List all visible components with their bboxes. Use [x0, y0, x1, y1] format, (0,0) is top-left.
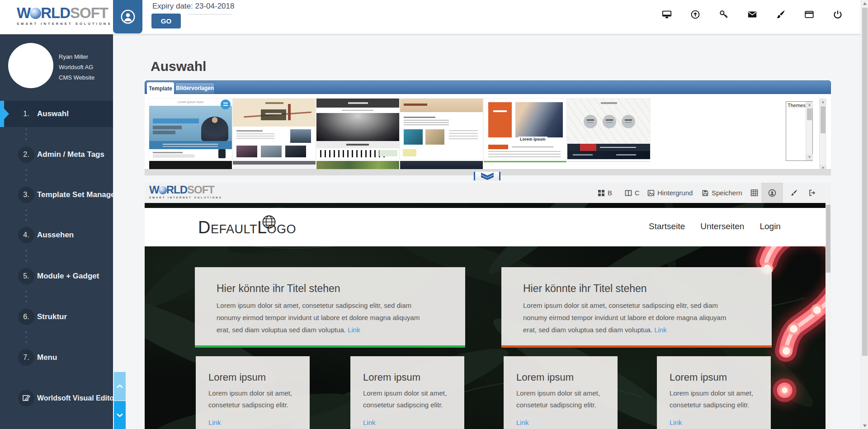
scroll-up-arrow-icon[interactable] [863, 2, 867, 5]
site-header: DefaultLogo Startseite Unterseiten Login [145, 208, 831, 246]
chevron-up-icon [116, 384, 124, 389]
sidebar-item-menu[interactable]: 7. Menu [0, 344, 113, 371]
themes-scrollbar[interactable]: ▲ ▼ [806, 102, 812, 160]
logo-soft: SOFT [70, 5, 108, 21]
sidebar-item-struktur[interactable]: 6. Struktur [0, 304, 113, 330]
tab-template[interactable]: Template [147, 82, 174, 94]
profile-text: Ryan Miller Worldsoft AG CMS Website [59, 52, 94, 83]
tab-bildervorlagen[interactable]: Bildervorlagen [175, 82, 215, 94]
worldsoft-logo: WRLDSOFT SMART INTERNET SOLUTIONS [17, 6, 116, 26]
template-thumbnail-1[interactable]: Lorem ipsum dolor [149, 99, 232, 159]
arrow-up-circle-icon[interactable] [690, 9, 700, 19]
template-selection-panel: Template Bildervorlagen Lorem ipsum dolo… [145, 80, 831, 175]
template-thumbnail-7[interactable] [149, 161, 232, 169]
go-button[interactable]: GO [151, 14, 181, 28]
nav-unterseiten[interactable]: Unterseiten [700, 222, 744, 231]
sidebar-item-module-gadget[interactable]: 5. Module + Gadget [0, 263, 113, 289]
scrollbar-thumb[interactable] [821, 106, 826, 133]
thumbnail-hero [149, 106, 232, 141]
sidebar-item-visual-editor[interactable]: Worldsoft Visual Editor [0, 385, 113, 411]
sidebar-scroll-down-button[interactable] [114, 401, 126, 429]
sidebar-scroll-up-button[interactable] [114, 372, 126, 401]
nav-login[interactable]: Login [760, 222, 781, 231]
template-thumbnail-6[interactable] [567, 99, 650, 159]
box-link[interactable]: Link [654, 326, 667, 334]
sidebar-item-template-set-manager[interactable]: 3. Template Set Manager [0, 182, 113, 208]
page-scrollbar[interactable] [861, 0, 868, 429]
globe-wireframe-icon [261, 214, 277, 230]
title-box-1[interactable]: Hier könnte ihr Titel stehen Lorem ipsum… [195, 267, 465, 348]
globe-icon [30, 8, 41, 19]
window-icon[interactable] [804, 9, 814, 19]
card-title: Lorem ipsum [208, 372, 299, 383]
user-name: Ryan Miller [59, 52, 94, 62]
thumbnail-panel-scrollbar[interactable]: ▲ ▼ [819, 99, 826, 169]
button-label: Hintergrund [657, 189, 693, 197]
title-box-2[interactable]: Hier könnte ihr Titel stehen Lorem ipsum… [501, 267, 772, 348]
sidebar-item-auswahl[interactable]: 1. Auswahl [0, 101, 113, 127]
desktop-icon[interactable] [662, 9, 672, 19]
account-button[interactable] [113, 0, 142, 33]
exit-preview-button[interactable] [808, 183, 816, 203]
sidebar-item-label: Worldsoft Visual Editor [37, 385, 113, 411]
table-icon [750, 189, 758, 197]
card-link[interactable]: Link [516, 419, 607, 426]
card-link[interactable]: Link [208, 419, 299, 426]
template-thumbnail-9[interactable] [316, 161, 399, 169]
mail-icon[interactable] [747, 9, 757, 19]
default-logo[interactable]: DefaultLogo [198, 218, 296, 237]
themes-listbox[interactable]: Themes ▲ ▼ [786, 101, 813, 161]
scroll-up-arrow-icon[interactable]: ▲ [806, 102, 813, 108]
template-thumbnail-2[interactable] [233, 99, 316, 159]
scroll-down-arrow-icon[interactable]: ▼ [806, 154, 813, 160]
scrollbar-thumb[interactable] [826, 205, 830, 273]
scroll-down-arrow-icon[interactable]: ▼ [820, 165, 826, 169]
table-button[interactable] [750, 183, 758, 203]
expiry-field-underline [188, 14, 232, 14]
card-link[interactable]: Link [670, 419, 760, 426]
design-brush-button[interactable] [790, 183, 798, 203]
scrollbar-thumb[interactable] [807, 108, 812, 120]
hintergrund-button[interactable]: Hintergrund [647, 183, 693, 203]
step-dots [25, 331, 27, 343]
template-thumbnail-11[interactable] [484, 161, 566, 169]
speichern-button[interactable]: Speichern [702, 183, 742, 203]
box-body: Lorem ipsum dolor sit amet, consetetur s… [217, 302, 420, 334]
content-card-2[interactable]: Lorem ipsum Lorem ipsum dolor sit amet, … [350, 356, 464, 429]
themes-option[interactable]: Themes [788, 103, 806, 108]
sidebar-item-admin-meta-tags[interactable]: 2. Admin / Meta Tags [0, 141, 113, 168]
scroll-up-arrow-icon[interactable]: ▲ [820, 99, 826, 105]
template-thumbnail-5[interactable]: Lorem ipsum [484, 99, 566, 159]
nav-startseite[interactable]: Startseite [649, 222, 685, 231]
sidebar-item-aussehen[interactable]: 4. Aussehen [0, 222, 113, 248]
avatar[interactable] [8, 43, 53, 88]
collapse-panel-button[interactable] [474, 172, 500, 180]
sidebar-item-label: Struktur [37, 304, 67, 330]
template-thumbnail-8[interactable] [233, 161, 316, 169]
template-thumbnail-3[interactable] [316, 99, 399, 159]
content-card-1[interactable]: Lorem ipsum Lorem ipsum dolor sit amet, … [196, 356, 310, 429]
template-thumbnail-12[interactable] [567, 161, 650, 169]
user-company: Worldsoft AG [59, 62, 94, 72]
key-icon[interactable] [719, 9, 729, 19]
template-thumbnail-10[interactable] [400, 161, 483, 169]
content-card-4[interactable]: Lorem ipsum Lorem ipsum dolor sit amet, … [657, 356, 771, 429]
box-link[interactable]: Link [348, 326, 360, 334]
blocks-b-button[interactable]: B [598, 183, 612, 203]
app-window: WRLDSOFT SMART INTERNET SOLUTIONS Expiry… [0, 0, 868, 429]
scroll-down-arrow-icon[interactable] [863, 424, 867, 427]
scrollbar-thumb[interactable] [862, 8, 868, 356]
sidebar-item-label: Aussehen [37, 222, 74, 248]
step-number: 3. [18, 187, 34, 203]
power-icon[interactable] [833, 9, 843, 19]
content-card-3[interactable]: Lorem ipsum Lorem ipsum dolor sit amet, … [504, 356, 618, 429]
brush-icon[interactable] [776, 9, 786, 19]
user-mode-button[interactable] [761, 183, 783, 203]
step-number: 6. [18, 309, 34, 325]
card-link[interactable]: Link [363, 419, 453, 426]
columns-c-button[interactable]: C [625, 183, 640, 203]
logo-letters: RLD [41, 5, 70, 21]
sidebar-item-label: Module + Gadget [37, 263, 99, 289]
logo-tagline: SMART INTERNET SOLUTIONS [17, 22, 116, 26]
template-thumbnail-4[interactable] [400, 99, 483, 159]
